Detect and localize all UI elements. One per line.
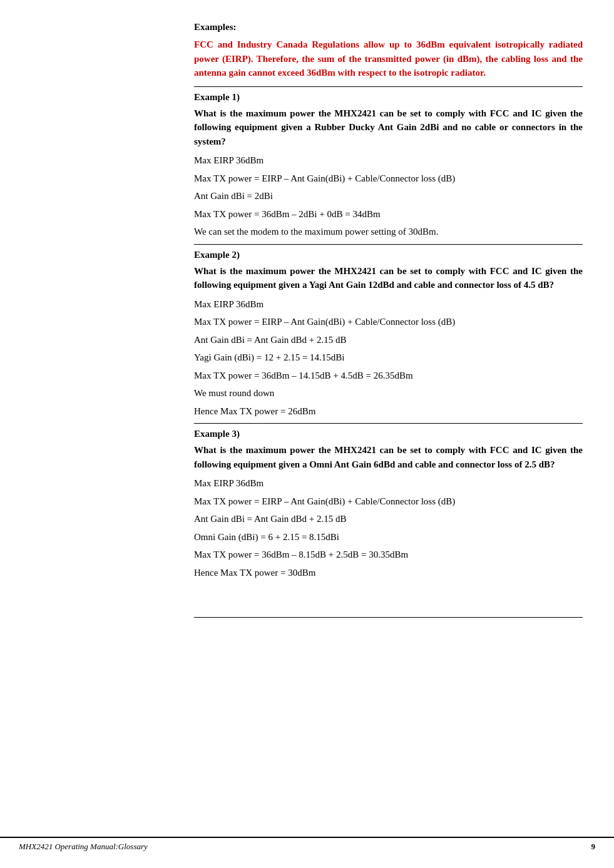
example2-heading: Example 2) xyxy=(194,250,583,260)
example2-line-5: We must round down xyxy=(194,386,583,401)
example1-line-3: Max TX power = 36dBm – 2dBi + 0dB = 34dB… xyxy=(194,207,583,222)
example2-line-3: Yagi Gain (dBi) = 12 + 2.15 = 14.15dBi xyxy=(194,350,583,365)
example3-line-3: Omni Gain (dBi) = 6 + 2.15 = 8.15dBi xyxy=(194,530,583,544)
example3-question: What is the maximum power the MHX2421 ca… xyxy=(194,443,583,471)
example3-heading: Example 3) xyxy=(194,429,583,439)
example1-line-4: We can set the modem to the maximum powe… xyxy=(194,225,583,239)
footer-left-text: MHX2421 Operating Manual:Glossary xyxy=(19,842,148,852)
example1-line-0: Max EIRP 36dBm xyxy=(194,153,583,168)
example1-line-2: Ant Gain dBi = 2dBi xyxy=(194,189,583,203)
example2-question: What is the maximum power the MHX2421 ca… xyxy=(194,264,583,292)
red-paragraph: FCC and Industry Canada Regulations allo… xyxy=(194,38,583,80)
example1-line-1: Max TX power = EIRP – Ant Gain(dBi) + Ca… xyxy=(194,171,583,186)
example1-heading: Example 1) xyxy=(194,92,583,103)
divider-2 xyxy=(194,244,583,245)
footer: MHX2421 Operating Manual:Glossary 9 xyxy=(0,837,614,855)
example3-line-2: Ant Gain dBi = Ant Gain dBd + 2.15 dB xyxy=(194,512,583,526)
page-container: Examples: FCC and Industry Canada Regula… xyxy=(0,0,614,868)
divider-3 xyxy=(194,423,583,424)
footer-page-number: 9 xyxy=(591,842,596,852)
examples-heading: Examples: xyxy=(194,22,583,33)
example1-question: What is the maximum power the MHX2421 ca… xyxy=(194,106,583,149)
example2-line-6: Hence Max TX power = 26dBm xyxy=(194,404,583,419)
example2-line-2: Ant Gain dBi = Ant Gain dBd + 2.15 dB xyxy=(194,333,583,347)
example2-line-4: Max TX power = 36dBm – 14.15dB + 4.5dB =… xyxy=(194,369,583,383)
example3-line-1: Max TX power = EIRP – Ant Gain(dBi) + Ca… xyxy=(194,494,583,509)
example3-line-0: Max EIRP 36dBm xyxy=(194,476,583,491)
example2-line-0: Max EIRP 36dBm xyxy=(194,297,583,312)
example3-line-4: Max TX power = 36dBm – 8.15dB + 2.5dB = … xyxy=(194,548,583,562)
divider-1 xyxy=(194,86,583,87)
divider-4 xyxy=(194,617,583,618)
content-area: Examples: FCC and Industry Canada Regula… xyxy=(194,13,583,618)
example2-line-1: Max TX power = EIRP – Ant Gain(dBi) + Ca… xyxy=(194,315,583,329)
example3-line-5: Hence Max TX power = 30dBm xyxy=(194,566,583,580)
